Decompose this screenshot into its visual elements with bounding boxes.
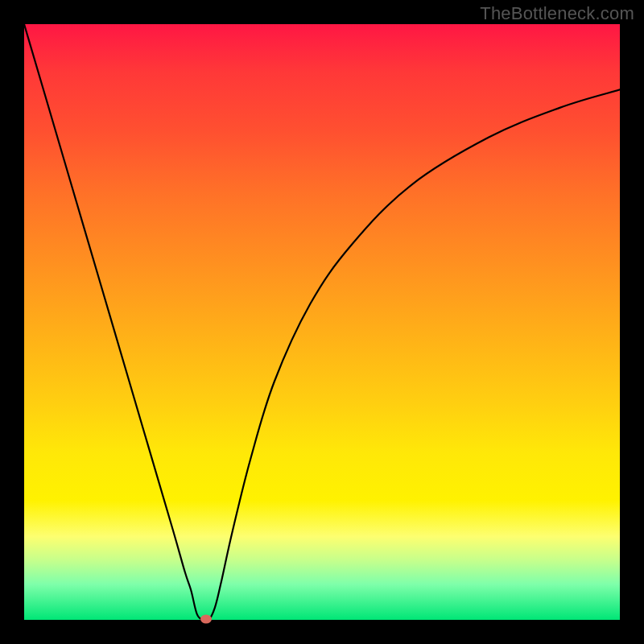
optimal-point-marker — [200, 614, 212, 623]
chart-plot-area — [24, 24, 620, 620]
watermark-text: TheBottleneck.com — [480, 3, 634, 24]
bottleneck-curve — [24, 24, 620, 620]
